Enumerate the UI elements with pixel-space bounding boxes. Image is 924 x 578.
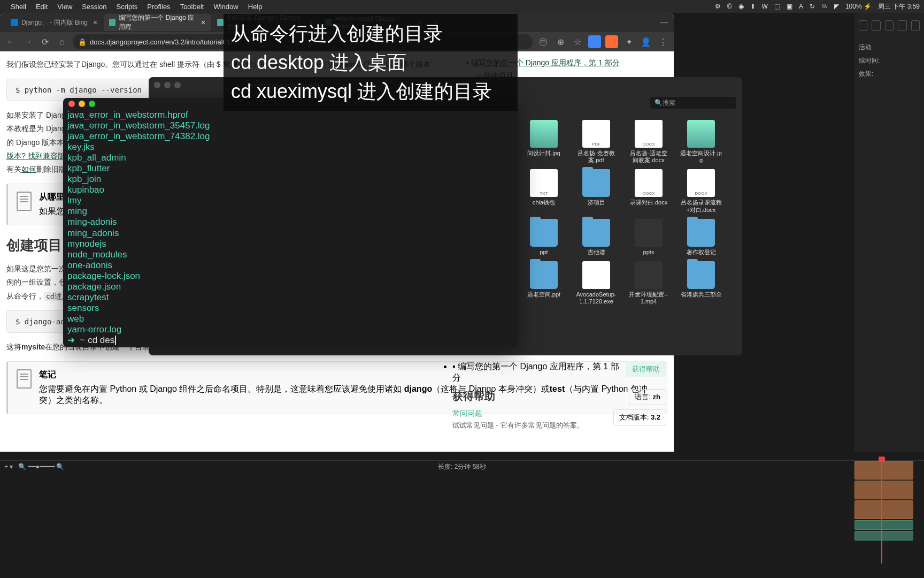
audio-clip[interactable] bbox=[854, 531, 913, 541]
menu-scripts[interactable]: Scripts bbox=[117, 3, 138, 11]
finder-item[interactable]: ppt bbox=[523, 219, 565, 256]
terminal-output-line: mynodejs bbox=[67, 239, 513, 249]
finder-item[interactable]: 吉他谱 bbox=[575, 219, 617, 256]
browser-tab[interactable]: Django、 - 国内版 Bing× bbox=[5, 14, 103, 31]
terminal-output-line: java_error_in_webstorm.hprof bbox=[67, 110, 513, 120]
status-icon[interactable]: ⚙ bbox=[715, 3, 721, 10]
status-icon[interactable]: A bbox=[799, 3, 803, 10]
close-icon[interactable]: × bbox=[201, 18, 205, 27]
finder-item[interactable]: chia钱包 bbox=[523, 169, 565, 213]
video-clip[interactable] bbox=[854, 461, 913, 480]
battery-status[interactable]: 100% ⚡ bbox=[845, 3, 872, 10]
extension-icon[interactable] bbox=[605, 35, 618, 48]
bookmark-icon[interactable]: ☆ bbox=[571, 35, 584, 48]
file-label: 吕名扬-竞赛教案.pdf bbox=[575, 150, 617, 164]
status-icon[interactable]: ◉ bbox=[738, 3, 744, 10]
tab-icon[interactable] bbox=[911, 20, 920, 31]
minimize-dot[interactable] bbox=[164, 82, 171, 88]
finder-item[interactable]: 济项目 bbox=[575, 169, 617, 213]
terminal-output-line: kpb_all_admin bbox=[67, 153, 513, 163]
menu-view[interactable]: View bbox=[57, 3, 72, 11]
close-icon[interactable]: × bbox=[93, 18, 97, 27]
video-clip[interactable] bbox=[854, 481, 913, 499]
status-icon[interactable]: W bbox=[762, 3, 768, 10]
home-button[interactable]: ⌂ bbox=[56, 35, 68, 48]
reload-button[interactable]: ⟳ bbox=[38, 35, 51, 48]
menu-window[interactable]: Window bbox=[213, 3, 238, 11]
menu-edit[interactable]: Edit bbox=[36, 3, 48, 11]
finder-item[interactable]: pptx bbox=[628, 219, 669, 256]
terminal-prompt-line[interactable]: ➜ ~ cd des bbox=[67, 335, 513, 346]
finder-item[interactable]: 著作权登记 bbox=[680, 219, 722, 256]
profile-icon[interactable]: 👤 bbox=[640, 35, 652, 48]
status-icon[interactable]: ↻ bbox=[810, 3, 815, 10]
minimize-dot[interactable] bbox=[79, 101, 85, 107]
note-icon bbox=[17, 192, 32, 211]
translate-icon[interactable]: ㊥ bbox=[537, 35, 550, 48]
panel-label: 效果: bbox=[859, 70, 873, 79]
finder-item[interactable]: 间设计封.jpg bbox=[523, 120, 565, 164]
status-icon[interactable]: ⬆ bbox=[750, 3, 756, 10]
file-thumbnail bbox=[687, 120, 715, 148]
wifi-icon[interactable]: ᯾ bbox=[821, 3, 828, 10]
timeline-track[interactable] bbox=[854, 461, 919, 557]
volume-icon[interactable]: ◤ bbox=[834, 3, 839, 10]
add-button[interactable]: + ▾ bbox=[4, 463, 13, 470]
finder-search[interactable]: 🔍 搜索 bbox=[650, 97, 736, 109]
terminal-output-line: package-lock.json bbox=[67, 271, 513, 282]
tab-icon[interactable] bbox=[859, 20, 867, 31]
browser-tab-active[interactable]: 编写您的第一个 Django 应用程× bbox=[104, 14, 211, 31]
back-button[interactable]: ← bbox=[4, 35, 17, 48]
menu-toolbelt[interactable]: Toolbelt bbox=[180, 3, 204, 11]
tab-icon[interactable] bbox=[885, 20, 894, 31]
zoom-dot[interactable] bbox=[174, 82, 181, 88]
doc-link[interactable]: 如何 bbox=[21, 165, 36, 173]
status-icon[interactable]: ▣ bbox=[787, 3, 792, 10]
finder-item[interactable]: AvocadoSetup-1.1.7120.exe bbox=[575, 261, 617, 305]
clock[interactable]: 周三 下午 3:59 bbox=[878, 2, 920, 11]
menu-session[interactable]: Session bbox=[82, 3, 106, 11]
file-label: 济项目 bbox=[588, 199, 605, 206]
terminal-output-line: ming bbox=[67, 206, 513, 217]
forward-button[interactable]: → bbox=[21, 35, 34, 48]
finder-item[interactable]: 吕名扬录课流程+对白.docx bbox=[680, 169, 722, 213]
language-selector[interactable]: 语言: zh bbox=[629, 389, 666, 405]
tab-icon[interactable] bbox=[898, 20, 906, 31]
status-icon[interactable]: ⬚ bbox=[774, 3, 780, 10]
close-dot[interactable] bbox=[68, 101, 75, 107]
zoom-dot[interactable] bbox=[89, 101, 95, 107]
terminal-output-line: kpb_flutter bbox=[67, 163, 513, 174]
finder-item[interactable]: 适老空间.ppt bbox=[523, 261, 565, 305]
close-dot[interactable] bbox=[154, 82, 160, 88]
version-selector[interactable]: 文档版本: 3.2 bbox=[613, 409, 666, 425]
finder-item[interactable]: 适老空间设计.jpg bbox=[680, 120, 722, 164]
zoom-icon[interactable]: ⊕ bbox=[554, 35, 567, 48]
toc-link[interactable]: 编写您的第一个 Django 应用程序，第 1 部分 bbox=[452, 362, 619, 382]
note-icon bbox=[17, 369, 32, 389]
extension-icon[interactable] bbox=[588, 35, 601, 48]
terminal-body[interactable]: java_error_in_webstorm.hprofjava_error_i… bbox=[63, 110, 518, 346]
playhead[interactable] bbox=[881, 457, 882, 564]
finder-item[interactable]: 开发环境配置--1.mp4 bbox=[628, 261, 669, 305]
file-label: 吕名扬-适老空间教案.docx bbox=[628, 150, 669, 164]
finder-item[interactable]: 省港旗兵三部全 bbox=[680, 261, 722, 305]
extensions-icon[interactable]: ✦ bbox=[622, 35, 635, 48]
menu-help[interactable]: Help bbox=[248, 3, 263, 11]
get-help-button[interactable]: 获得帮助 bbox=[626, 361, 666, 377]
file-label: 录课对白.docx bbox=[630, 199, 667, 206]
menu-profiles[interactable]: Profiles bbox=[147, 3, 170, 11]
menu-icon[interactable]: ⋮ bbox=[657, 35, 669, 48]
panel-label: 续时间: bbox=[859, 56, 880, 65]
menu-shell[interactable]: Shell bbox=[11, 3, 26, 11]
zoom-slider[interactable]: 🔍 ━━●━━━━ 🔍 bbox=[18, 463, 64, 470]
file-label: chia钱包 bbox=[533, 199, 555, 206]
doc-sidebar-help: 获得帮助 ▪ 编写您的第一个 Django 应用程序，第 1 部分 语言: zh… bbox=[452, 361, 666, 430]
audio-clip[interactable] bbox=[854, 520, 913, 530]
minimize-icon[interactable]: — bbox=[660, 18, 668, 27]
finder-item[interactable]: 吕名扬-竞赛教案.pdf bbox=[575, 120, 617, 164]
finder-item[interactable]: 吕名扬-适老空间教案.docx bbox=[628, 120, 669, 164]
video-clip[interactable] bbox=[854, 500, 913, 519]
tab-icon[interactable] bbox=[872, 20, 880, 31]
finder-item[interactable]: 录课对白.docx bbox=[628, 169, 669, 213]
status-icon[interactable]: © bbox=[727, 3, 732, 10]
